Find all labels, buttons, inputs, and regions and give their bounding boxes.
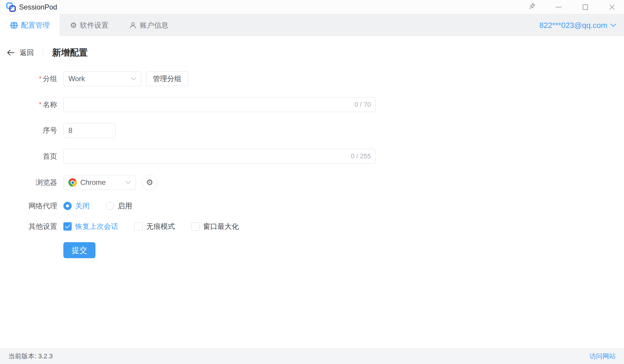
checkbox-label: 窗口最大化 (203, 222, 239, 231)
chevron-down-icon (126, 181, 131, 184)
proxy-radio-group: 关闭 启用 (63, 201, 132, 211)
proxy-option-label: 关闭 (75, 201, 90, 211)
order-label: 序号 (6, 126, 57, 135)
homepage-input[interactable] (63, 149, 376, 164)
tab-software-settings[interactable]: ⚙ 软件设置 (59, 14, 119, 36)
arrow-left-icon (6, 48, 15, 57)
tab-label: 软件设置 (80, 21, 109, 30)
other-settings-label: 其他设置 (6, 222, 57, 231)
page-header: 返回 新增配置 (6, 45, 624, 60)
name-label: 名称 (43, 100, 57, 108)
person-icon (129, 21, 137, 29)
chevron-down-icon (131, 77, 136, 81)
form-row-group: *分组 Work 管理分组 (6, 71, 624, 86)
proxy-option-on[interactable]: 启用 (106, 201, 132, 211)
globe-icon (10, 21, 18, 29)
homepage-label: 首页 (6, 152, 57, 161)
name-input[interactable] (63, 97, 376, 112)
browser-select-value: Chrome (80, 178, 106, 187)
checkbox-checked-icon (63, 222, 72, 231)
browser-label: 浏览器 (6, 178, 57, 187)
required-asterisk: * (39, 75, 42, 83)
group-label: 分组 (43, 75, 57, 83)
account-email: 822***023@qq.com (539, 21, 607, 30)
gear-icon: ⚙ (70, 21, 77, 29)
other-settings-checkbox-group: 恢复上次会话 无痕模式 窗口最大化 (63, 222, 239, 231)
option-incognito-mode[interactable]: 无痕模式 (134, 222, 175, 231)
chrome-icon (68, 178, 77, 187)
tab-label: 账户信息 (140, 21, 168, 30)
tab-config-management[interactable]: 配置管理 (0, 14, 59, 36)
checkbox-label: 无痕模式 (146, 222, 175, 231)
proxy-label: 网络代理 (6, 201, 57, 211)
minimize-button[interactable] (554, 3, 563, 11)
browser-select[interactable]: Chrome (63, 175, 136, 190)
window-controls (528, 3, 624, 11)
page-title: 新增配置 (52, 47, 88, 59)
form-row-other-settings: 其他设置 恢复上次会话 无痕模式 窗口最大化 (6, 222, 624, 231)
account-menu[interactable]: 822***023@qq.com (539, 14, 624, 36)
proxy-option-off[interactable]: 关闭 (63, 201, 90, 211)
app-logo-icon (6, 2, 16, 12)
required-asterisk: * (39, 100, 42, 108)
form-row-submit: 提交 (6, 242, 624, 258)
option-maximize-window[interactable]: 窗口最大化 (191, 222, 239, 231)
form-row-browser: 浏览器 Chrome ⚙ (6, 175, 624, 190)
visit-website-link[interactable]: 访问网站 (589, 352, 616, 361)
form-row-name: *名称 0 / 70 (6, 97, 624, 112)
close-button[interactable] (608, 3, 616, 11)
back-label: 返回 (20, 48, 34, 57)
checkbox-label: 恢复上次会话 (75, 222, 118, 231)
main-content: 返回 新增配置 *分组 Work 管理分组 *名称 (0, 36, 624, 348)
form-row-order: 序号 (6, 123, 624, 138)
back-button[interactable]: 返回 (6, 48, 34, 57)
maximize-button[interactable] (581, 3, 589, 11)
group-select[interactable]: Work (63, 71, 141, 86)
tab-label: 配置管理 (21, 21, 50, 30)
browser-settings-button[interactable]: ⚙ (142, 175, 157, 190)
new-config-form: *分组 Work 管理分组 *名称 0 / 70 序号 (6, 71, 624, 258)
radio-checked-icon (63, 202, 72, 210)
manage-groups-button[interactable]: 管理分组 (146, 71, 188, 86)
titlebar: SessionPod (0, 0, 624, 14)
radio-unchecked-icon (106, 202, 114, 210)
gear-icon: ⚙ (146, 178, 153, 187)
form-row-homepage: 首页 0 / 255 (6, 149, 624, 164)
order-input-wrap (63, 123, 115, 138)
checkbox-unchecked-icon (134, 222, 143, 231)
group-select-value: Work (68, 75, 85, 83)
app-window: SessionPod (0, 0, 624, 364)
form-row-proxy: 网络代理 关闭 启用 (6, 201, 624, 211)
tab-account-info[interactable]: 账户信息 (119, 14, 178, 36)
footer: 当前版本: 3.2.3 访问网站 (0, 348, 624, 364)
version-text: 当前版本: 3.2.3 (8, 352, 53, 361)
pin-icon[interactable] (528, 3, 536, 11)
name-input-wrap: 0 / 70 (63, 97, 376, 112)
proxy-option-label: 启用 (118, 201, 132, 211)
header-divider (43, 49, 43, 56)
app-title: SessionPod (19, 3, 57, 11)
tab-bar: 配置管理 ⚙ 软件设置 账户信息 822***023@qq.com (0, 14, 624, 36)
checkbox-unchecked-icon (191, 222, 200, 231)
order-input[interactable] (63, 123, 115, 138)
submit-button[interactable]: 提交 (63, 242, 95, 258)
homepage-input-wrap: 0 / 255 (63, 149, 376, 164)
chevron-down-icon (610, 23, 616, 27)
option-restore-session[interactable]: 恢复上次会话 (63, 222, 118, 231)
